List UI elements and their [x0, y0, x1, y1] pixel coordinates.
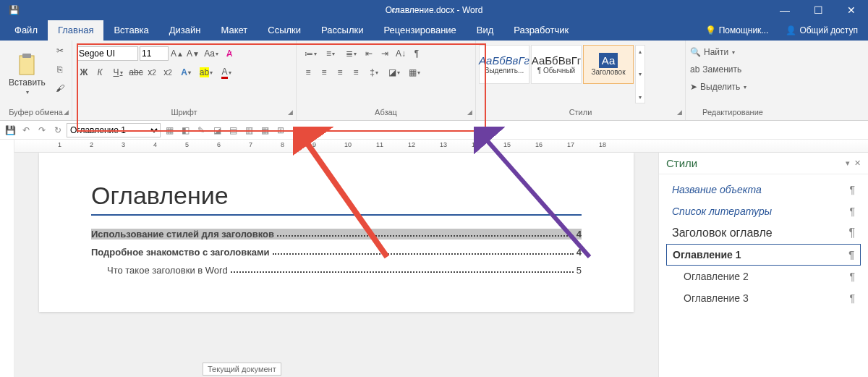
cut-button[interactable]: ✂: [53, 43, 67, 58]
highlight-button[interactable]: ab▾: [197, 65, 216, 80]
align-right-button[interactable]: ≡: [333, 65, 347, 80]
find-button[interactable]: 🔍Найти▾: [690, 45, 775, 59]
font-name-input[interactable]: [77, 46, 138, 61]
dialog-launcher-icon[interactable]: ◢: [467, 109, 472, 116]
tab-view[interactable]: Вид: [467, 20, 504, 41]
ribbon: Вставить ▾ ✂ ⎘ 🖌 Буфер обмена◢ A▲ A▼ Aa▾…: [0, 41, 868, 121]
replace-button[interactable]: abЗаменить: [690, 62, 775, 77]
qat-btn-7[interactable]: ▦: [258, 123, 272, 137]
superscript-button[interactable]: x2: [161, 65, 175, 80]
numbering-button[interactable]: ≡▾: [321, 46, 340, 61]
sort-button[interactable]: A↓: [393, 46, 408, 61]
tab-references[interactable]: Ссылки: [258, 20, 311, 41]
strikethrough-button[interactable]: abc: [129, 65, 143, 80]
bold-button[interactable]: Ж: [77, 65, 91, 80]
qat-more-button[interactable]: ⋯: [305, 123, 320, 137]
tab-insert[interactable]: Вставка: [103, 20, 158, 41]
underline-button[interactable]: Ч▾: [109, 65, 127, 80]
tell-me-button[interactable]: 💡 Помощник...: [698, 25, 776, 35]
grow-font-button[interactable]: A▲: [170, 46, 184, 61]
redo-button[interactable]: ↷: [35, 123, 49, 137]
lightbulb-icon: 💡: [705, 25, 716, 35]
tab-review[interactable]: Рецензирование: [373, 20, 466, 41]
dialog-launcher-icon[interactable]: ◢: [64, 109, 69, 116]
justify-button[interactable]: ≡: [349, 65, 363, 80]
style-item[interactable]: Список литературы¶: [666, 200, 861, 222]
shrink-font-button[interactable]: A▼: [186, 46, 200, 61]
change-case-button[interactable]: Aa▾: [202, 46, 221, 61]
italic-button[interactable]: К: [93, 65, 107, 80]
close-button[interactable]: ✕: [835, 4, 868, 16]
qat-btn-1[interactable]: ▦: [162, 123, 176, 137]
style-item[interactable]: Оглавление 3¶: [666, 287, 861, 309]
toc-entry[interactable]: Подробное знакомство с заголовками 4: [91, 247, 582, 258]
style-item-selected[interactable]: Оглавление 1¶: [666, 244, 861, 266]
paste-button[interactable]: Вставить ▾: [4, 43, 50, 105]
pane-options-icon[interactable]: ▾: [846, 158, 850, 168]
maximize-button[interactable]: ☐: [801, 4, 835, 16]
tab-file[interactable]: Файл: [4, 20, 48, 41]
pane-close-icon[interactable]: ✕: [854, 158, 861, 168]
font-color-button[interactable]: A▾: [217, 65, 236, 80]
style-item[interactable]: Заголовок оглавле¶: [666, 222, 861, 244]
qat-btn-6[interactable]: ▥: [242, 123, 256, 137]
page-area[interactable]: Оглавление Использование стилей для заго…: [14, 153, 658, 377]
person-icon: 👤: [786, 25, 796, 35]
qat-btn-9[interactable]: ○: [289, 123, 304, 137]
style-selector[interactable]: Оглавление 1: [67, 123, 161, 137]
tab-developer[interactable]: Разработчик: [503, 20, 579, 41]
minimize-button[interactable]: ―: [768, 4, 801, 16]
shading-button[interactable]: ◪▾: [385, 65, 404, 80]
style-heading[interactable]: Аа Заголовок: [583, 45, 634, 84]
tab-home[interactable]: Главная: [48, 20, 103, 41]
tab-layout[interactable]: Макет: [210, 20, 258, 41]
tab-mailings[interactable]: Рассылки: [311, 20, 373, 41]
vertical-ruler[interactable]: [0, 153, 14, 377]
save-icon[interactable]: 💾: [3, 123, 17, 137]
qat-btn-4[interactable]: ◪: [210, 123, 224, 137]
qat-btn-2[interactable]: ◧: [178, 123, 192, 137]
window-title: Оглавление.docx - Word: [386, 5, 483, 15]
clear-formatting-button[interactable]: A̷: [222, 46, 237, 61]
tab-design[interactable]: Дизайн: [159, 20, 211, 41]
multilevel-list-button[interactable]: ≣▾: [341, 46, 360, 61]
group-editing: 🔍Найти▾ abЗаменить ➤Выделить▾ Редактиров…: [686, 41, 780, 120]
increase-indent-button[interactable]: ⇥: [378, 46, 392, 61]
toc-entry[interactable]: Использование стилей для заголовков 4: [91, 229, 582, 240]
brush-icon: 🖌: [56, 83, 64, 93]
align-center-button[interactable]: ≡: [317, 65, 331, 80]
chevron-down-icon[interactable]: ▾: [636, 69, 644, 80]
align-left-button[interactable]: ≡: [301, 65, 315, 80]
style-item[interactable]: Название объекта¶: [666, 179, 861, 200]
borders-button[interactable]: ▦▾: [405, 65, 424, 80]
text-effects-button[interactable]: A▾: [176, 65, 195, 80]
qat-btn-5[interactable]: ▤: [226, 123, 240, 137]
font-size-input[interactable]: [140, 46, 169, 61]
horizontal-ruler[interactable]: 123456789101112131415161718: [14, 140, 868, 153]
share-button[interactable]: 👤 Общий доступ: [775, 25, 868, 35]
chevron-up-icon[interactable]: ▴: [636, 46, 644, 57]
styles-gallery-more[interactable]: ▴ ▾ ▾: [635, 45, 645, 103]
bullets-button[interactable]: ≔▾: [301, 46, 320, 61]
replace-icon: ab: [690, 64, 699, 75]
subscript-button[interactable]: x2: [145, 65, 159, 80]
style-item[interactable]: Оглавление 2¶: [666, 266, 861, 287]
decrease-indent-button[interactable]: ⇤: [362, 46, 376, 61]
repeat-button[interactable]: ↻: [51, 123, 65, 137]
toc-entry[interactable]: Что такое заголовки в Word 5: [91, 265, 582, 276]
dialog-launcher-icon[interactable]: ◢: [288, 109, 293, 116]
ruler-row: 123456789101112131415161718: [0, 140, 868, 153]
more-icon[interactable]: ▾: [636, 91, 644, 103]
save-icon[interactable]: 💾: [6, 5, 22, 15]
select-button[interactable]: ➤Выделить▾: [690, 80, 775, 94]
format-painter-button[interactable]: 🖌: [53, 81, 67, 96]
copy-button[interactable]: ⎘: [53, 62, 67, 77]
line-spacing-button[interactable]: ‡▾: [365, 65, 383, 80]
qat-btn-3[interactable]: ✎: [194, 123, 208, 137]
undo-button[interactable]: ↶: [19, 123, 33, 137]
dialog-launcher-icon[interactable]: ◢: [677, 109, 682, 116]
style-normal[interactable]: АаБбВвГг ¶ Обычный: [531, 45, 582, 84]
qat-btn-8[interactable]: ⊞: [273, 123, 288, 137]
show-marks-button[interactable]: ¶: [409, 46, 424, 61]
style-emphasis[interactable]: АаБбВвГг Выделить...: [479, 45, 529, 84]
